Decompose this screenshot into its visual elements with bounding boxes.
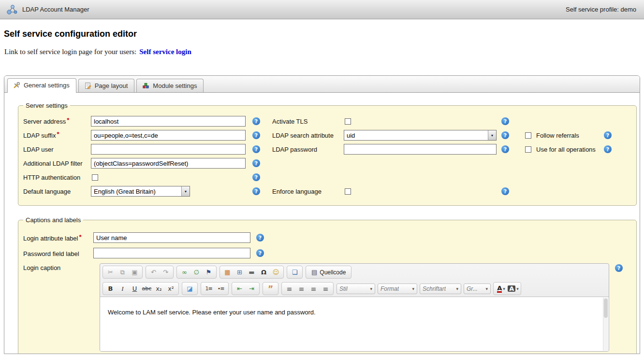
cut-icon[interactable]: ✂ <box>105 267 116 278</box>
editor-text[interactable]: Welcome to LAM self service. Please ente… <box>108 309 596 316</box>
unlink-icon[interactable]: ∅ <box>191 267 202 278</box>
app-title: LDAP Account Manager <box>22 6 89 13</box>
align-group: ≡ ≡ ≡ ≡ <box>281 282 334 295</box>
dropdown-arrow-icon: ▼ <box>488 130 496 140</box>
server-address-input[interactable] <box>91 116 246 127</box>
activate-tls-label: Activate TLS <box>272 118 344 125</box>
bullet-list-button[interactable]: •≡ <box>215 283 226 294</box>
form-row: Login caption ✂ ⧉ ▣ ↶ ↷ <box>23 263 631 352</box>
default-language-label: Default language <box>23 188 91 195</box>
chevron-down-icon: ▾ <box>503 286 505 291</box>
editor-content[interactable]: Welcome to LAM self service. Please ente… <box>100 297 609 351</box>
superscript-button[interactable]: x² <box>165 283 176 294</box>
form-row: LDAP suffix* ? LDAP search attribute uid… <box>23 129 631 141</box>
activate-tls-checkbox[interactable] <box>345 118 351 125</box>
horizontal-rule-icon[interactable]: ▬ <box>246 267 257 278</box>
smiley-icon[interactable]: ☺ <box>270 267 281 278</box>
help-icon[interactable]: ? <box>501 145 509 153</box>
font-dropdown[interactable]: Schriftart▾ <box>420 284 461 294</box>
underline-button[interactable]: U <box>129 283 140 294</box>
help-icon[interactable]: ? <box>252 187 260 195</box>
enforce-language-label: Enforce language <box>272 188 344 195</box>
chevron-down-icon: ▾ <box>485 286 488 291</box>
undo-group: ↶ ↷ <box>146 266 174 279</box>
help-icon[interactable]: ? <box>604 131 612 139</box>
align-justify-button[interactable]: ≡ <box>320 283 331 294</box>
copy-icon[interactable]: ⧉ <box>117 267 128 278</box>
background-color-button[interactable]: A▾ <box>508 283 519 294</box>
blockquote-button[interactable]: ” <box>265 283 276 294</box>
text-color-button[interactable]: A▾ <box>496 283 507 294</box>
password-field-input[interactable] <box>93 248 250 258</box>
align-left-button[interactable]: ≡ <box>284 283 295 294</box>
activate-tls-cell <box>344 118 497 125</box>
source-button[interactable]: ▤Quellcode <box>307 267 350 278</box>
default-language-select[interactable]: English (Great Britain)▼ <box>91 186 190 197</box>
login-attribute-input[interactable] <box>93 232 250 243</box>
help-icon[interactable]: ? <box>252 131 260 139</box>
self-service-login-link[interactable]: Self service login <box>139 48 191 56</box>
indent-button[interactable]: ⇥ <box>246 283 257 294</box>
size-dropdown[interactable]: Gr...▾ <box>464 284 491 294</box>
tab-label: General settings <box>24 82 70 89</box>
tab-page-layout[interactable]: Page layout <box>78 79 135 92</box>
ldap-search-attribute-select[interactable]: uid▼ <box>344 130 497 141</box>
login-caption-label: Login caption <box>23 263 93 271</box>
tab-general-settings[interactable]: General settings <box>7 78 76 93</box>
http-authentication-checkbox[interactable] <box>92 174 98 181</box>
subscript-button[interactable]: x₂ <box>153 283 164 294</box>
help-icon[interactable]: ? <box>604 145 612 153</box>
top-bar-left: LDAP Account Manager <box>6 4 89 15</box>
align-right-button[interactable]: ≡ <box>308 283 319 294</box>
color-group: A▾ A▾ <box>493 282 521 295</box>
special-char-icon[interactable]: Ω <box>258 267 269 278</box>
help-icon[interactable]: ? <box>252 159 260 167</box>
use-for-all-operations-label: Use for all operations <box>536 146 598 153</box>
italic-button[interactable]: I <box>117 283 128 294</box>
captions-and-labels-legend: Captions and labels <box>23 216 83 224</box>
tab-module-settings[interactable]: Module settings <box>136 79 204 92</box>
help-icon[interactable]: ? <box>256 234 264 241</box>
strikethrough-button[interactable]: abc <box>141 283 152 294</box>
enforce-language-checkbox[interactable] <box>345 188 351 195</box>
additional-ldap-filter-input[interactable] <box>91 158 246 169</box>
format-dropdown[interactable]: Format▾ <box>378 284 417 294</box>
dropdown-arrow-icon: ▼ <box>181 186 190 196</box>
image-icon[interactable]: ▦ <box>222 267 233 278</box>
http-authentication-label: HTTP authentication <box>23 174 91 181</box>
help-icon[interactable]: ? <box>252 145 260 153</box>
help-icon[interactable]: ? <box>615 264 623 272</box>
editor-scrollbar[interactable] <box>603 298 608 351</box>
help-icon[interactable]: ? <box>256 249 264 257</box>
outdent-button[interactable]: ⇤ <box>234 283 245 294</box>
help-icon[interactable]: ? <box>252 117 260 125</box>
ldap-suffix-input[interactable] <box>91 130 246 141</box>
paste-icon[interactable]: ▣ <box>129 267 140 278</box>
link-icon[interactable]: ∞ <box>179 267 190 278</box>
table-icon[interactable]: ⊞ <box>234 267 245 278</box>
align-center-button[interactable]: ≡ <box>296 283 307 294</box>
form-row: HTTP authentication ? <box>23 171 631 183</box>
redo-icon[interactable]: ↷ <box>160 267 171 278</box>
numbered-list-button[interactable]: 1≡ <box>203 283 214 294</box>
help-icon[interactable]: ? <box>252 173 260 181</box>
anchor-icon[interactable]: ⚑ <box>203 267 214 278</box>
form-row: Password field label ? <box>23 248 631 258</box>
page-title: Self service configuration editor <box>4 29 644 39</box>
help-icon[interactable]: ? <box>501 131 509 139</box>
styles-dropdown[interactable]: Stil▾ <box>337 284 375 294</box>
follow-referrals-checkbox[interactable] <box>525 132 531 139</box>
scrollbar-thumb[interactable] <box>604 298 608 318</box>
form-row: Additional LDAP filter ? <box>23 157 631 169</box>
ldap-user-label: LDAP user <box>23 146 91 153</box>
use-for-all-operations-checkbox[interactable] <box>525 146 531 153</box>
page-layout-icon <box>84 82 91 89</box>
undo-icon[interactable]: ↶ <box>148 267 159 278</box>
bold-button[interactable]: B <box>105 283 116 294</box>
maximize-icon[interactable]: ❏ <box>289 267 300 278</box>
remove-format-button[interactable]: ◪ <box>184 283 195 294</box>
help-icon[interactable]: ? <box>501 117 509 125</box>
ldap-password-input[interactable] <box>344 144 497 155</box>
help-icon[interactable]: ? <box>501 187 509 195</box>
ldap-user-input[interactable] <box>91 144 246 155</box>
